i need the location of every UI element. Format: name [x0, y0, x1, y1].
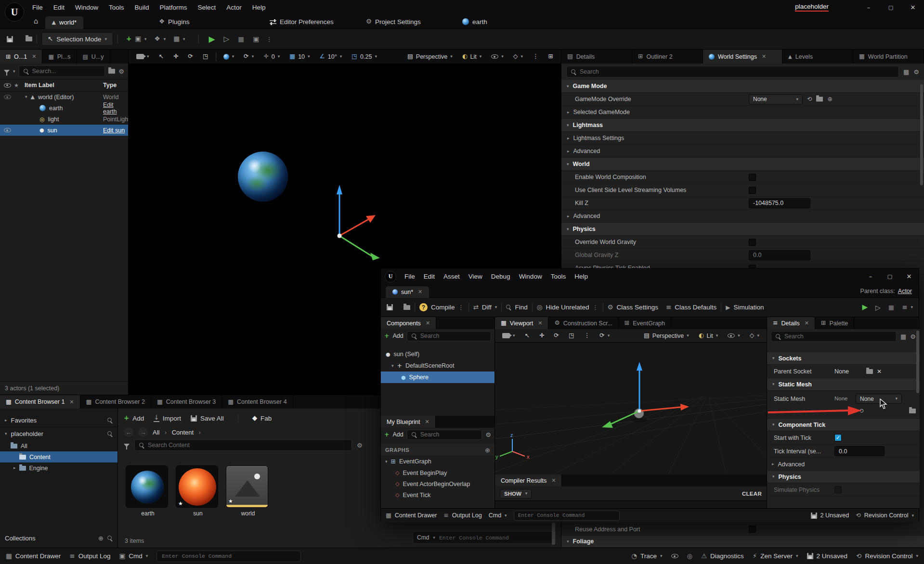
component-row-self[interactable]: sun (Self): [381, 348, 495, 360]
tab-content-browser-2[interactable]: Content Browser 2: [80, 395, 151, 409]
tab-world[interactable]: world*: [45, 16, 84, 29]
effects-dropdown[interactable]: [509, 51, 527, 62]
add-graph-button[interactable]: +Add: [384, 431, 403, 438]
fab-button[interactable]: Fab: [252, 415, 272, 422]
tab-levels[interactable]: Levels: [782, 50, 853, 64]
bp-step-button[interactable]: [875, 304, 881, 311]
filter-icon[interactable]: [4, 70, 10, 73]
checkbox[interactable]: [749, 526, 756, 533]
section-sockets[interactable]: Sockets: [767, 352, 920, 365]
simulation-button[interactable]: Simulation: [726, 304, 764, 311]
target-icon[interactable]: [687, 553, 692, 559]
event-row-beginplay[interactable]: Event BeginPlay: [381, 467, 495, 478]
tab-content-browser-1[interactable]: Content Browser 1: [0, 395, 80, 409]
diff-dropdown[interactable]: Diff: [473, 304, 497, 311]
bp-details-search-input[interactable]: [784, 333, 892, 340]
section-bp-physics[interactable]: Physics: [767, 471, 920, 483]
prop-selected-gamemode[interactable]: Selected GameMode: [561, 106, 924, 119]
hide-unrelated-button[interactable]: Hide Unrelated: [537, 304, 599, 311]
cinematics-dropdown[interactable]: [169, 36, 189, 42]
display-options-icon[interactable]: [903, 69, 909, 75]
bp-unsaved-button[interactable]: 2 Unsaved: [811, 512, 849, 519]
scale-tool[interactable]: [565, 331, 578, 341]
close-tab-icon[interactable]: [805, 320, 809, 326]
tab-components[interactable]: Components: [381, 317, 436, 329]
filter-icon[interactable]: [124, 444, 130, 447]
outliner-search-input[interactable]: [32, 68, 101, 75]
caret-icon[interactable]: [385, 460, 388, 464]
bp-toolbar-options[interactable]: [902, 304, 913, 311]
cmd-dropdown[interactable]: Cmd: [119, 552, 148, 560]
coordinate-system-dropdown[interactable]: [220, 51, 238, 62]
browse-icon[interactable]: [816, 97, 823, 102]
back-button[interactable]: ←: [124, 427, 133, 437]
settings-icon[interactable]: [913, 69, 919, 75]
asset-sun[interactable]: sun: [176, 465, 220, 517]
tab-palette[interactable]: Palette: [815, 317, 854, 329]
menu-item-select[interactable]: Select: [193, 0, 221, 14]
bp-output-log-button[interactable]: Output Log: [443, 512, 482, 519]
content-search-input[interactable]: [148, 442, 347, 449]
eye-icon[interactable]: [4, 128, 11, 132]
bp-close-button[interactable]: [899, 269, 919, 284]
components-search-input[interactable]: [420, 333, 486, 339]
asset-sun-thumbnail[interactable]: [176, 465, 218, 508]
maximize-viewport-icon[interactable]: [545, 51, 557, 62]
move-tool[interactable]: [169, 51, 182, 62]
select-tool[interactable]: [521, 331, 534, 341]
tab-bp-eventgraph[interactable]: EventGraph: [619, 317, 671, 329]
viewport-options-dropdown[interactable]: [132, 51, 153, 62]
zen-server-dropdown[interactable]: Zen Server: [753, 552, 798, 560]
bp-console-input[interactable]: [514, 511, 620, 521]
cmd-dropdown[interactable]: Cmd: [417, 534, 429, 541]
forward-button[interactable]: →: [138, 427, 148, 437]
section-world[interactable]: World: [561, 158, 924, 171]
prop-advanced-1[interactable]: Advanced: [561, 145, 924, 158]
outliner-row-light[interactable]: light PointLigh: [0, 114, 128, 125]
bp-menu-debug[interactable]: Debug: [487, 269, 515, 284]
tab-bp-details[interactable]: Details: [767, 317, 815, 329]
add-new-icon[interactable]: [827, 96, 832, 103]
class-settings-button[interactable]: Class Settings: [608, 304, 658, 311]
tab-my-blueprint[interactable]: My Blueprint: [381, 416, 436, 428]
checkbox-checked[interactable]: [834, 434, 842, 441]
asset-world-thumbnail[interactable]: [226, 465, 268, 508]
component-row-sphere[interactable]: Sphere: [381, 372, 495, 383]
save-icon[interactable]: [7, 36, 13, 42]
tab-construction-script[interactable]: Construction Scr...: [548, 317, 618, 329]
bp-minimize-button[interactable]: [861, 269, 880, 284]
section-lightmass[interactable]: Lightmass: [561, 119, 924, 132]
event-row-actorbeginoverlap[interactable]: Event ActorBeginOverlap: [381, 478, 495, 489]
close-tab-icon[interactable]: [426, 320, 430, 326]
show-flags-dropdown[interactable]: [487, 51, 508, 62]
outliner-settings-icon[interactable]: [118, 68, 124, 75]
new-folder-icon[interactable]: [108, 69, 115, 74]
diagnostics-button[interactable]: Diagnostics: [701, 552, 744, 560]
project-root-row[interactable]: placeholder: [0, 427, 117, 440]
display-options-icon[interactable]: [900, 333, 906, 340]
scale-snap-dropdown[interactable]: 0.25: [348, 51, 381, 62]
close-tab-icon[interactable]: [425, 419, 429, 424]
asset-earth[interactable]: earth: [126, 465, 170, 517]
favorites-row[interactable]: Favorites: [0, 413, 117, 427]
breadcrumb-all[interactable]: All: [153, 429, 159, 436]
use-selected-icon[interactable]: [807, 96, 812, 103]
ws-scrollbar[interactable]: [920, 84, 923, 185]
visibility-icon[interactable]: [671, 554, 678, 558]
close-tab-icon[interactable]: [538, 320, 542, 326]
home-icon[interactable]: [34, 18, 39, 25]
statusbar-console-input[interactable]: [156, 551, 301, 562]
bp-perspective-dropdown[interactable]: Perspective: [640, 331, 693, 341]
tab-details[interactable]: Details: [561, 50, 632, 64]
save-all-button[interactable]: Save All: [191, 415, 224, 422]
checkbox[interactable]: [834, 486, 842, 493]
camera-speed-dropdown[interactable]: 0: [260, 51, 284, 62]
tab-places[interactable]: Pl...s: [42, 50, 77, 64]
select-tool[interactable]: [155, 51, 168, 62]
eject-button[interactable]: [253, 36, 259, 42]
bp-menu-help[interactable]: Help: [570, 269, 592, 284]
static-mesh-dropdown[interactable]: None: [856, 394, 902, 404]
play-button[interactable]: [208, 35, 215, 43]
menu-item-window[interactable]: Window: [70, 0, 104, 14]
settings-icon[interactable]: [910, 333, 916, 340]
